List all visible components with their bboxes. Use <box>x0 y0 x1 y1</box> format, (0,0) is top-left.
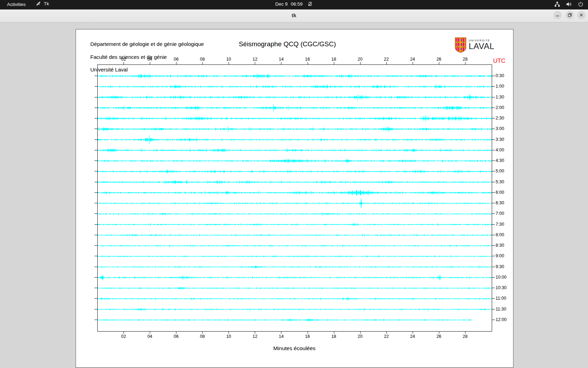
seismogram-traces <box>98 65 492 331</box>
activities-button[interactable]: Activities <box>5 1 28 7</box>
seismograph-canvas: Département de géologie et de génie géol… <box>76 29 513 368</box>
x-tick-label-top: 22 <box>384 57 389 62</box>
power-icon <box>578 1 583 7</box>
wired-network-icon <box>554 1 560 7</box>
utc-time-label: 8:00 <box>496 232 504 237</box>
utc-axis-label: UTC <box>493 57 505 64</box>
row-tick-right <box>492 86 495 87</box>
row-tick-left <box>94 139 97 140</box>
x-tick-label-top: 04 <box>147 57 152 62</box>
utc-time-label: 9:00 <box>496 253 504 258</box>
row-tick-left <box>94 108 97 108</box>
x-tick-top <box>124 62 124 64</box>
x-tick-label-bottom: 24 <box>410 334 415 339</box>
utc-time-label: 4:00 <box>496 148 504 152</box>
utc-time-label: 11:00 <box>496 296 506 301</box>
row-tick-right <box>492 203 495 203</box>
tk-feather-icon <box>36 1 41 6</box>
x-tick-bottom <box>386 331 387 334</box>
utc-time-label: 3:30 <box>496 137 504 142</box>
plot-frame <box>97 64 492 332</box>
x-tick-label-top: 24 <box>410 57 415 62</box>
x-tick-label-bottom: 16 <box>305 334 310 339</box>
row-tick-left <box>94 192 97 193</box>
row-tick-right <box>492 320 495 320</box>
utc-time-label: 11:30 <box>496 307 506 312</box>
logo-laval-text: LAVAL <box>469 42 495 50</box>
system-status-menu[interactable] <box>554 1 583 7</box>
row-tick-left <box>94 203 97 203</box>
clock-menu[interactable]: Dec 9 06:59 <box>275 1 313 7</box>
row-tick-left <box>94 277 97 278</box>
row-tick-right <box>492 213 495 214</box>
utc-time-label: 6:00 <box>496 190 504 195</box>
x-tick-bottom <box>124 331 124 334</box>
utc-time-label: 7:00 <box>496 211 504 216</box>
row-tick-right <box>492 224 495 225</box>
x-tick-top <box>281 62 281 64</box>
x-tick-top <box>386 62 387 64</box>
window-titlebar[interactable]: tk <box>0 9 588 22</box>
laval-crest-icon <box>455 37 467 54</box>
x-tick-label-bottom: 10 <box>226 334 231 339</box>
x-tick-label-top: 16 <box>305 57 310 62</box>
utc-time-label: 3:00 <box>496 126 504 131</box>
x-tick-label-bottom: 28 <box>463 334 468 339</box>
x-tick-label-top: 20 <box>358 57 363 62</box>
x-tick-label-bottom: 02 <box>121 334 126 339</box>
x-tick-bottom <box>176 331 176 334</box>
row-tick-left <box>94 267 97 267</box>
x-tick-top <box>150 62 150 64</box>
row-tick-right <box>492 108 495 108</box>
x-tick-bottom <box>229 331 229 334</box>
utc-time-label: 12:00 <box>496 317 506 322</box>
x-tick-bottom <box>334 331 334 334</box>
x-tick-bottom <box>465 331 465 334</box>
maximize-button[interactable] <box>566 11 574 19</box>
row-tick-left <box>94 245 97 246</box>
utc-time-label: 10:00 <box>496 275 506 280</box>
minimize-button[interactable] <box>553 11 562 19</box>
row-tick-right <box>492 267 495 267</box>
x-tick-label-top: 12 <box>252 57 257 62</box>
figure-title: Séismographe QCQ (CGC/GSC) <box>239 40 336 48</box>
row-tick-right <box>492 161 495 161</box>
focused-app-name: Tk <box>44 1 49 6</box>
universite-laval-logo: UNIVERSITÉ LAVAL <box>455 37 495 54</box>
x-tick-top <box>255 62 255 64</box>
window-title: tk <box>292 12 296 18</box>
x-tick-label-bottom: 08 <box>200 334 205 339</box>
x-tick-label-top: 18 <box>331 57 336 62</box>
utc-time-label: 5:00 <box>496 169 504 173</box>
utc-time-label: 5:30 <box>496 179 504 184</box>
focused-app-indicator[interactable]: Tk <box>36 1 49 6</box>
x-tick-bottom <box>281 331 281 334</box>
close-button[interactable] <box>577 11 586 19</box>
x-tick-label-bottom: 06 <box>174 334 178 339</box>
utc-time-label: 7:30 <box>496 222 504 227</box>
row-tick-left <box>94 76 97 76</box>
x-tick-label-top: 08 <box>200 57 205 62</box>
row-tick-right <box>492 139 495 140</box>
x-axis-title: Minutes écoulées <box>273 345 316 352</box>
row-tick-left <box>94 235 97 235</box>
x-tick-label-bottom: 18 <box>331 334 336 339</box>
utc-time-label: 4:30 <box>496 158 504 163</box>
row-tick-right <box>492 309 495 309</box>
row-tick-left <box>94 288 97 288</box>
x-tick-bottom <box>150 331 150 334</box>
x-tick-top <box>308 62 308 64</box>
row-tick-right <box>492 150 495 150</box>
x-tick-label-top: 28 <box>463 57 468 62</box>
row-tick-right <box>492 182 495 182</box>
x-tick-label-bottom: 04 <box>147 334 152 339</box>
row-tick-left <box>94 256 97 256</box>
x-tick-label-top: 26 <box>436 57 441 62</box>
clock-time: 06:59 <box>291 1 303 7</box>
x-tick-bottom <box>360 331 360 334</box>
utc-time-label: 1:30 <box>496 95 504 100</box>
row-tick-left <box>94 150 97 150</box>
row-tick-left <box>94 118 97 118</box>
x-tick-top <box>334 62 334 64</box>
row-tick-right <box>492 192 495 193</box>
